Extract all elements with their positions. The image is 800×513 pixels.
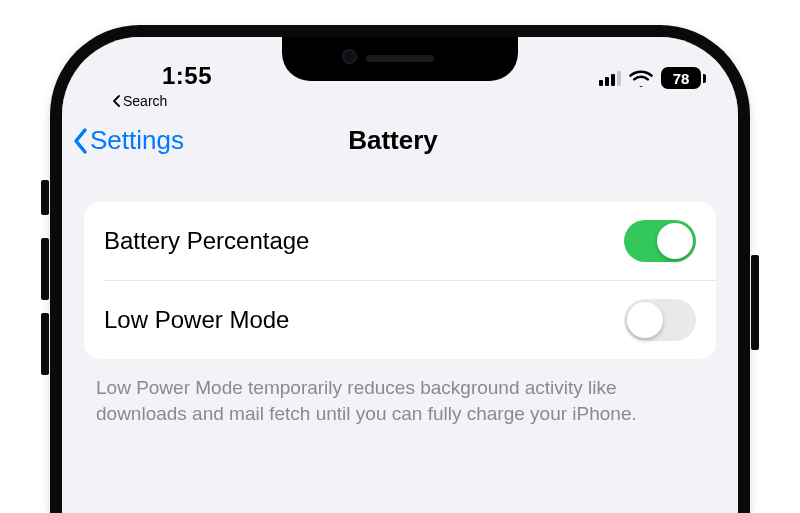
front-camera-icon [342,49,357,64]
power-button[interactable] [751,255,759,350]
wifi-icon [629,69,653,87]
nav-header: Settings Battery [62,107,738,174]
row-label: Battery Percentage [104,227,309,255]
row-battery-percentage[interactable]: Battery Percentage [84,202,716,280]
settings-group: Battery Percentage Low Power Mode [84,202,716,359]
low-power-mode-toggle[interactable] [624,299,696,341]
page-title: Battery [66,125,720,156]
notch [282,35,518,81]
battery-nub-icon [703,74,706,83]
caret-left-icon [112,95,121,107]
volume-down-button[interactable] [41,313,49,375]
battery-percentage-toggle[interactable] [624,220,696,262]
footer-note: Low Power Mode temporarily reduces backg… [62,361,738,426]
device-frame: 1:55 Search [50,25,750,513]
battery-percent: 78 [673,70,690,87]
mute-switch[interactable] [41,180,49,215]
clock: 1:55 [162,62,212,90]
back-to-app-label: Search [123,93,167,109]
battery-indicator: 78 [661,67,706,89]
toggle-knob-icon [627,302,663,338]
row-low-power-mode[interactable]: Low Power Mode [84,281,716,359]
back-to-app[interactable]: Search [112,93,167,109]
screen: 1:55 Search [62,37,738,513]
earpiece-speaker-icon [366,55,434,62]
volume-up-button[interactable] [41,238,49,300]
cellular-icon [599,70,621,86]
row-label: Low Power Mode [104,306,289,334]
toggle-knob-icon [657,223,693,259]
